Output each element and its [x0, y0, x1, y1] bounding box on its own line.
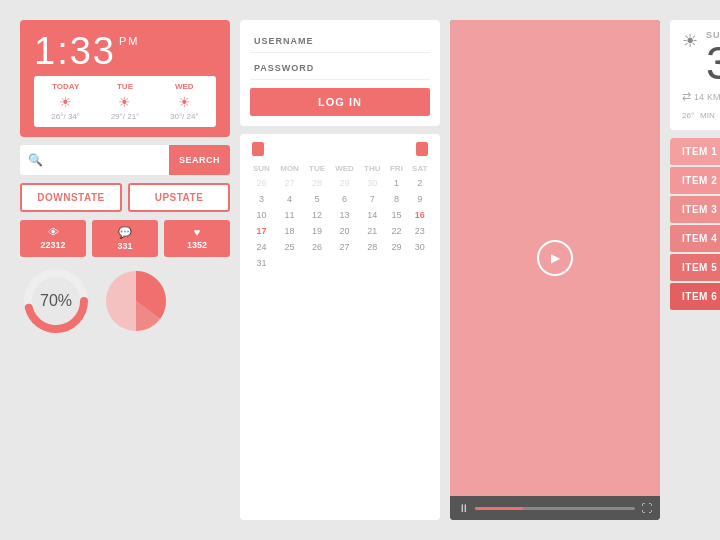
- cal-day[interactable]: 27: [330, 239, 360, 255]
- cal-day[interactable]: 27: [275, 175, 305, 191]
- weather-temp: 32°: [706, 40, 720, 86]
- weather-range: 26° MIN 34° MAX: [682, 111, 720, 120]
- cal-day[interactable]: 24: [248, 239, 275, 255]
- cal-day[interactable]: 30: [408, 239, 432, 255]
- cal-day[interactable]: 5: [304, 191, 329, 207]
- cal-day[interactable]: 13: [330, 207, 360, 223]
- day-today: TODAY ☀ 26°/ 34°: [38, 82, 93, 121]
- cal-day[interactable]: [275, 255, 305, 271]
- cal-day[interactable]: 17: [248, 223, 275, 239]
- cal-day[interactable]: 14: [359, 207, 385, 223]
- cal-day[interactable]: 7: [359, 191, 385, 207]
- cal-day[interactable]: [304, 255, 329, 271]
- cal-day[interactable]: [359, 255, 385, 271]
- username-input[interactable]: [250, 30, 430, 53]
- wind-unit: KM/H: [707, 92, 720, 102]
- cal-day[interactable]: 10: [248, 207, 275, 223]
- table-row: 24 25 26 27 28 29 30: [248, 239, 432, 255]
- cal-day[interactable]: 29: [385, 239, 407, 255]
- cal-prev-button[interactable]: [252, 142, 264, 156]
- pause-button[interactable]: ⏸: [458, 502, 469, 514]
- list-item-6[interactable]: ITEM 6: [670, 283, 720, 310]
- list-item-3[interactable]: ITEM 3: [670, 196, 720, 223]
- stat-likes-value: 1352: [168, 240, 226, 250]
- cal-day[interactable]: 25: [275, 239, 305, 255]
- list-item-5[interactable]: ITEM 5: [670, 254, 720, 281]
- cal-day[interactable]: 12: [304, 207, 329, 223]
- cal-day[interactable]: 23: [408, 223, 432, 239]
- day-wed-label: WED: [157, 82, 212, 91]
- cal-day[interactable]: 19: [304, 223, 329, 239]
- calendar-header: [248, 142, 432, 156]
- cal-day[interactable]: 9: [408, 191, 432, 207]
- column-3: ▶ ⏸ ⛶: [450, 20, 660, 520]
- stat-views: 👁 22312: [20, 220, 86, 257]
- cal-day[interactable]: [408, 255, 432, 271]
- cal-day[interactable]: 31: [248, 255, 275, 271]
- cal-day[interactable]: 26: [248, 175, 275, 191]
- weather-info: SUNNY AMSTERDAM 32°: [706, 30, 720, 86]
- pie-chart: [100, 265, 172, 337]
- upstate-button[interactable]: UPSTATE: [128, 183, 230, 212]
- cal-day-today[interactable]: 16: [408, 207, 432, 223]
- stat-comments-value: 331: [96, 241, 154, 251]
- table-row: 17 18 19 20 21 22 23: [248, 223, 432, 239]
- column-2: LOG IN SUN MON TUE WED THU FRI SAT: [240, 20, 440, 520]
- cal-day[interactable]: 18: [275, 223, 305, 239]
- eye-icon: 👁: [24, 226, 82, 238]
- cal-day[interactable]: 1: [385, 175, 407, 191]
- cal-next-button[interactable]: [416, 142, 428, 156]
- cal-day[interactable]: 29: [330, 175, 360, 191]
- wind-stat: ⇄ 14 KM/H WEST: [682, 90, 720, 103]
- video-widget: ▶ ⏸ ⛶: [450, 20, 660, 520]
- cal-day[interactable]: 11: [275, 207, 305, 223]
- cal-header-wed: WED: [330, 162, 360, 175]
- search-input[interactable]: [51, 154, 169, 166]
- video-progress-fill: [475, 507, 523, 510]
- cal-header-thu: THU: [359, 162, 385, 175]
- cal-day[interactable]: 4: [275, 191, 305, 207]
- table-row: 26 27 28 29 30 1 2: [248, 175, 432, 191]
- weather-temp-value: 32: [706, 37, 720, 89]
- day-tue-temp: 29°/ 21°: [97, 112, 152, 121]
- list-item-4[interactable]: ITEM 4: [670, 225, 720, 252]
- login-button[interactable]: LOG IN: [250, 88, 430, 116]
- fullscreen-button[interactable]: ⛶: [641, 502, 652, 514]
- cal-day[interactable]: 15: [385, 207, 407, 223]
- video-screen: ▶: [450, 20, 660, 496]
- downstate-button[interactable]: DOWNSTATE: [20, 183, 122, 212]
- cal-day[interactable]: 26: [304, 239, 329, 255]
- calendar-grid: SUN MON TUE WED THU FRI SAT 26 27 28 29: [248, 162, 432, 271]
- cal-header-sat: SAT: [408, 162, 432, 175]
- cal-day[interactable]: 3: [248, 191, 275, 207]
- cal-day[interactable]: 30: [359, 175, 385, 191]
- cal-day[interactable]: 22: [385, 223, 407, 239]
- day-today-temp: 26°/ 34°: [38, 112, 93, 121]
- weather-sun-icon: ☀: [682, 31, 698, 51]
- list-item-1[interactable]: ITEM 1: [670, 138, 720, 165]
- column-1: 1:33 PM TODAY ☀ 26°/ 34° TUE ☀ 29°/ 21° …: [20, 20, 230, 520]
- cal-day[interactable]: [385, 255, 407, 271]
- cal-day[interactable]: 21: [359, 223, 385, 239]
- calendar-widget: SUN MON TUE WED THU FRI SAT 26 27 28 29: [240, 134, 440, 520]
- play-button[interactable]: ▶: [537, 240, 573, 276]
- clock-ampm: PM: [119, 36, 140, 47]
- cal-day[interactable]: 20: [330, 223, 360, 239]
- cal-day[interactable]: [330, 255, 360, 271]
- day-tue: TUE ☀ 29°/ 21°: [97, 82, 152, 121]
- video-progress-bar[interactable]: [475, 507, 635, 510]
- cal-day[interactable]: 6: [330, 191, 360, 207]
- password-input[interactable]: [250, 57, 430, 80]
- search-button[interactable]: SEARCH: [169, 145, 230, 175]
- stat-comments: 💬 331: [92, 220, 158, 257]
- list-item-2[interactable]: ITEM 2: [670, 167, 720, 194]
- donut-label: 70%: [40, 292, 72, 310]
- cal-day[interactable]: 28: [304, 175, 329, 191]
- cal-day[interactable]: 2: [408, 175, 432, 191]
- day-wed-temp: 30°/ 24°: [157, 112, 212, 121]
- day-wed: WED ☀ 30°/ 24°: [157, 82, 212, 121]
- cal-day[interactable]: 28: [359, 239, 385, 255]
- login-widget: LOG IN: [240, 20, 440, 126]
- stat-views-value: 22312: [24, 240, 82, 250]
- cal-day[interactable]: 8: [385, 191, 407, 207]
